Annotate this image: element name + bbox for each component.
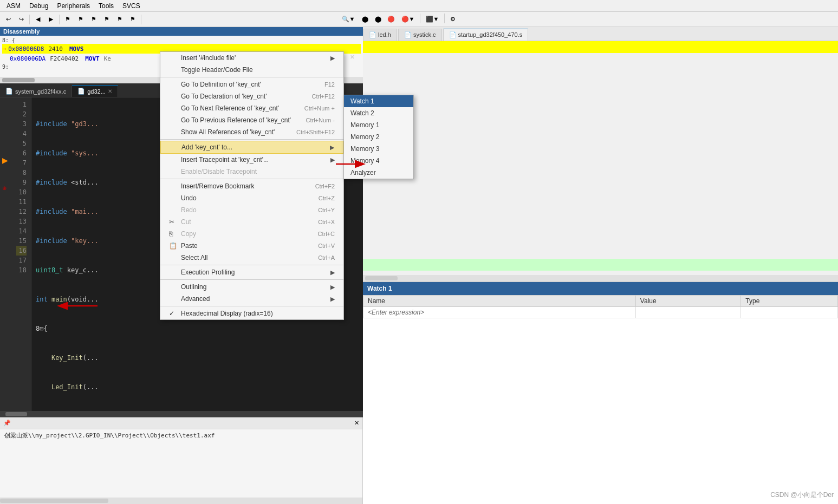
submenu-analyzer[interactable]: Analyzer (344, 167, 413, 179)
ctx-shortcut-select-all: Ctrl+A (318, 254, 335, 261)
ctx-label-redo: Redo (181, 206, 197, 214)
tab-icon-systick: 📄 (404, 31, 412, 38)
ctx-go-next-ref[interactable]: Go To Next Reference of 'key_cnt' Ctrl+N… (160, 102, 343, 114)
menu-tools[interactable]: Tools (94, 1, 118, 11)
ctx-bookmark[interactable]: Insert/Remove Bookmark Ctrl+F2 (160, 180, 343, 192)
toolbar-btn-5[interactable]: ⚑ (114, 14, 126, 25)
menu-asm[interactable]: ASM (2, 1, 25, 11)
ctx-label-exec-profiling: Execution Profiling (181, 269, 235, 276)
submenu-memory2[interactable]: Memory 2 (344, 131, 413, 143)
ctx-exec-profiling[interactable]: Execution Profiling ▶ (160, 266, 343, 278)
ctx-label-tracepoint: Insert Tracepoint at 'key_cnt'... (181, 156, 269, 163)
ctx-go-declaration[interactable]: Go To Declaration of 'key_cnt' Ctrl+F12 (160, 90, 343, 102)
ctx-label-copy: Copy (181, 230, 196, 238)
watch-value (635, 307, 740, 318)
toolbar-debug-1[interactable]: 🔴 (385, 14, 397, 25)
toolbar-pause[interactable]: ⬤ (372, 14, 384, 25)
submenu-memory4[interactable]: Memory 4 (344, 155, 413, 167)
menu-svcs[interactable]: SVCS (118, 1, 145, 11)
disassembly-title: Disassembly (3, 28, 40, 35)
tab-close-gd32[interactable]: ✕ (108, 88, 112, 94)
submenu-label-memory3: Memory 3 (350, 145, 379, 153)
tab-system[interactable]: 📄 system_gd32f4xx.c (0, 86, 72, 97)
submenu-watch2[interactable]: Watch 2 (344, 107, 413, 119)
right-code-space (363, 53, 838, 259)
menu-bar: ASM Debug Peripherals Tools SVCS (0, 0, 838, 12)
tab-led[interactable]: 📄 led.h (363, 29, 397, 41)
ctx-show-all-refs[interactable]: Show All References of 'key_cnt' Ctrl+Sh… (160, 126, 343, 138)
tab-gd32[interactable]: 📄 gd32... ✕ (72, 85, 118, 97)
bottom-scrollbar[interactable] (0, 498, 362, 504)
tab-label-systick: systick.c (413, 31, 436, 38)
ctx-outlining[interactable]: Outlining ▶ (160, 281, 343, 293)
submenu-watch1[interactable]: Watch 1 (344, 95, 413, 107)
toolbar-btn-1[interactable]: ⚑ (62, 14, 74, 25)
toolbar-view[interactable]: ⬛▼ (423, 14, 442, 25)
ctx-tracepoint[interactable]: Insert Tracepoint at 'key_cnt'... ▶ (160, 154, 343, 166)
disassembly-hex-1: 2410 (48, 45, 63, 53)
ctx-go-prev-ref[interactable]: Go To Previous Reference of 'key_cnt' Ct… (160, 114, 343, 126)
toolbar-forward[interactable]: ▶ (45, 14, 57, 25)
watch-type (741, 307, 838, 318)
menu-peripherals[interactable]: Peripherals (53, 1, 94, 11)
watch-row-1[interactable]: <Enter expression> (363, 307, 838, 318)
ctx-advanced[interactable]: Advanced ▶ (160, 293, 343, 305)
ctx-cut: ✂ Cut Ctrl+X (160, 216, 343, 228)
toolbar-settings[interactable]: ⚙ (447, 14, 459, 25)
toolbar-btn-2[interactable]: ⚑ (75, 14, 87, 25)
disassembly-arrow-1: → (2, 45, 6, 53)
ctx-add-to[interactable]: Add 'key_cnt' to... ▶ (160, 141, 343, 154)
tab-icon-startup: 📄 (449, 31, 457, 38)
ctx-paste[interactable]: 📋 Paste Ctrl+V (160, 240, 343, 252)
tab-startup[interactable]: 📄 startup_gd32f450_470.s (443, 29, 529, 41)
toolbar-btn-3[interactable]: ⚑ (88, 14, 100, 25)
ctx-icon-cut: ✂ (169, 218, 178, 226)
toolbar-redo[interactable]: ↪ (15, 14, 27, 25)
ctx-label-cut: Cut (181, 218, 191, 226)
toolbar-separator-2 (59, 15, 60, 24)
breakpoint-indicator: ⊕ (2, 185, 7, 191)
toolbar-btn-4[interactable]: ⚑ (101, 14, 113, 25)
bottom-scrollbar-thumb (0, 499, 108, 503)
debug-arrow-indicator: ▶ (2, 156, 8, 165)
submenu-label-memory2: Memory 2 (350, 133, 379, 141)
disassembly-close[interactable]: ✕ (350, 54, 354, 60)
ctx-copy: ⎘ Copy Ctrl+C (160, 228, 343, 240)
ctx-arrow-exec-profiling: ▶ (330, 269, 335, 276)
scrollbar-thumb (2, 78, 35, 82)
ctx-arrow-outlining: ▶ (330, 284, 335, 291)
toolbar-debug-2[interactable]: 🔴▼ (398, 14, 418, 25)
ctx-select-all[interactable]: Select All Ctrl+A (160, 252, 343, 264)
ctx-label-enable-trace: Enable/Disable Tracepoint (181, 168, 257, 175)
ctx-undo[interactable]: Undo Ctrl+Z (160, 192, 343, 204)
ctx-check-hex: ✓ (169, 310, 178, 317)
submenu-memory1[interactable]: Memory 1 (344, 119, 413, 131)
toolbar-undo[interactable]: ↩ (2, 14, 14, 25)
ctx-insert-include[interactable]: Insert '#include file' ▶ (160, 52, 343, 64)
watch-expression[interactable]: <Enter expression> (363, 307, 636, 318)
code-line-8: 8⊟{ (36, 324, 359, 333)
ctx-go-definition[interactable]: Go To Definition of 'key_cnt' F12 (160, 78, 343, 90)
tab-label-system: system_gd32f4xx.c (15, 88, 66, 95)
menu-debug[interactable]: Debug (25, 1, 53, 11)
ctx-sep-4 (160, 265, 343, 265)
right-h-scrollbar[interactable] (363, 275, 838, 282)
toolbar-btn-6[interactable]: ⚑ (127, 14, 139, 25)
toolbar-run[interactable]: 🔍▼ (339, 14, 358, 25)
right-panel: 📄 led.h 📄 systick.c 📄 startup_gd32f450_4… (363, 27, 838, 504)
h-scrollbar-bottom[interactable] (0, 411, 363, 417)
toolbar-back[interactable]: ◀ (32, 14, 44, 25)
ctx-shortcut-declaration: Ctrl+F12 (312, 93, 335, 100)
ctx-hex-display[interactable]: ✓ Hexadecimal Display (radix=16) (160, 307, 343, 319)
watermark: CSDN @小向是个Der (770, 490, 834, 500)
toolbar-stop[interactable]: ⬤ (359, 14, 371, 25)
disassembly-mnemonic-1: MOVS (69, 45, 84, 53)
ctx-label-bookmark: Insert/Remove Bookmark (181, 182, 254, 190)
tab-systick[interactable]: 📄 systick.c (398, 29, 442, 41)
ctx-enable-tracepoint: Enable/Disable Tracepoint (160, 166, 343, 178)
submenu-memory3[interactable]: Memory 3 (344, 143, 413, 155)
close-icon-bottom[interactable]: ✕ (354, 420, 359, 427)
ctx-toggle-header[interactable]: Toggle Header/Code File (160, 64, 343, 76)
submenu-label-watch2: Watch 2 (350, 109, 374, 117)
right-tab-bar: 📄 led.h 📄 systick.c 📄 startup_gd32f450_4… (363, 27, 838, 41)
